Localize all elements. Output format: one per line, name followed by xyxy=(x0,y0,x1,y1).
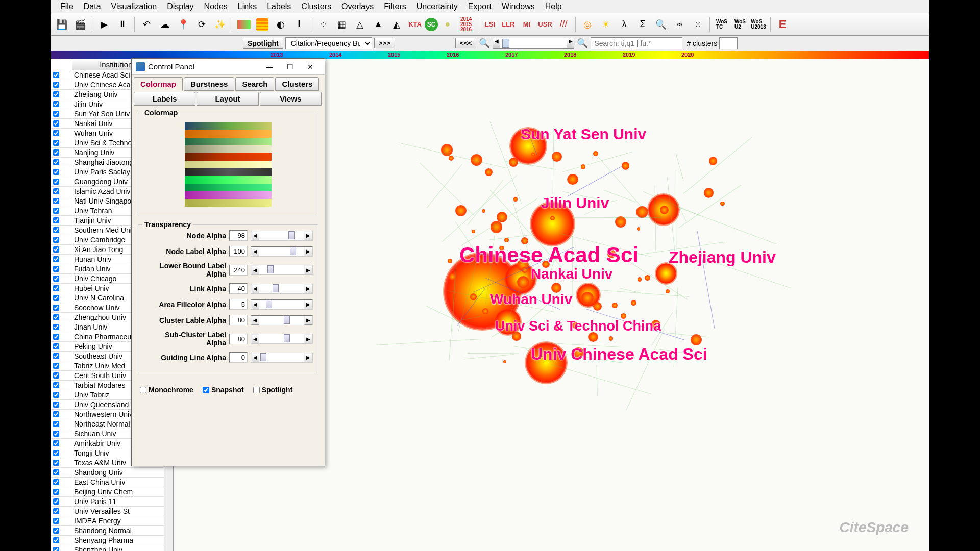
visibility-checkbox[interactable] xyxy=(51,390,61,399)
menu-labels[interactable]: Labels xyxy=(262,1,296,13)
slider-track[interactable]: ◀▶ xyxy=(251,315,313,325)
link-icon[interactable]: ⚭ xyxy=(671,16,688,33)
visibility-checkbox[interactable] xyxy=(51,468,61,477)
tab-views[interactable]: Views xyxy=(260,92,322,106)
menu-nodes[interactable]: Nodes xyxy=(199,1,233,13)
list-item[interactable]: Shandong Normal xyxy=(51,526,164,536)
graph-node-small[interactable] xyxy=(593,302,602,311)
graph-node-small[interactable] xyxy=(645,275,650,281)
visibility-checkbox[interactable] xyxy=(51,507,61,516)
zoom-icon[interactable]: 🔍 xyxy=(652,16,670,33)
slider-value[interactable] xyxy=(229,315,248,325)
tab-layout[interactable]: Layout xyxy=(197,92,258,106)
menu-display[interactable]: Display xyxy=(162,1,199,13)
slider-right-icon[interactable]: ▶ xyxy=(304,247,312,256)
slider-track[interactable]: ◀▶ xyxy=(251,246,313,257)
graph-node-small[interactable] xyxy=(638,277,642,281)
gradient-icon[interactable] xyxy=(237,20,251,29)
slider-right-icon[interactable]: ▶ xyxy=(304,316,312,325)
mi-button[interactable]: MI xyxy=(518,16,535,33)
visibility-checkbox[interactable] xyxy=(51,99,61,109)
menu-filters[interactable]: Filters xyxy=(379,1,411,13)
graph-node-small[interactable] xyxy=(567,174,578,185)
menu-data[interactable]: Data xyxy=(79,1,106,13)
slider-value[interactable] xyxy=(229,230,248,241)
backward-button[interactable]: <<< xyxy=(455,38,476,48)
visibility-checkbox[interactable] xyxy=(51,352,61,361)
visibility-checkbox[interactable] xyxy=(51,313,61,322)
tab-burstness[interactable]: Burstness xyxy=(184,77,234,91)
graph-node-small[interactable] xyxy=(503,360,506,363)
sc-badge-icon[interactable]: SC xyxy=(425,18,438,31)
visibility-checkbox[interactable] xyxy=(51,119,61,128)
visibility-checkbox[interactable] xyxy=(51,448,61,458)
zoom-out-icon[interactable]: 🔍 xyxy=(478,37,491,49)
slider-right-icon[interactable]: ▶ xyxy=(304,231,312,240)
graph-node-small[interactable] xyxy=(482,209,485,213)
visibility-checkbox[interactable] xyxy=(51,196,61,206)
visibility-checkbox[interactable] xyxy=(51,526,61,535)
film-icon[interactable]: 🎬 xyxy=(71,16,89,33)
slider-value[interactable] xyxy=(229,246,248,257)
graph-node-small[interactable] xyxy=(472,230,475,233)
graph-node-small[interactable] xyxy=(666,289,670,293)
visibility-checkbox[interactable] xyxy=(51,129,61,138)
visibility-checkbox[interactable] xyxy=(51,536,61,545)
visibility-checkbox[interactable] xyxy=(51,274,61,283)
visibility-checkbox[interactable] xyxy=(51,235,61,244)
visibility-checkbox[interactable] xyxy=(51,361,61,370)
visibility-checkbox[interactable] xyxy=(51,245,61,254)
visibility-checkbox[interactable] xyxy=(51,458,61,467)
slider-right-icon[interactable]: ▶ xyxy=(304,353,312,362)
timeline-thumb[interactable] xyxy=(502,39,509,48)
list-item[interactable]: Beijing Univ Chem xyxy=(51,487,164,497)
slider-thumb[interactable] xyxy=(284,316,290,324)
graph-node-small[interactable] xyxy=(622,162,629,169)
visibility-checkbox[interactable] xyxy=(51,226,61,235)
years-button[interactable]: 201420152016 xyxy=(457,16,475,33)
slider-thumb[interactable] xyxy=(288,231,295,239)
grid-icon[interactable] xyxy=(256,18,268,31)
forward-button[interactable]: >>> xyxy=(374,38,395,48)
visibility-checkbox[interactable] xyxy=(51,381,61,390)
slider-left-icon[interactable]: ◀ xyxy=(251,300,259,309)
hash-icon[interactable]: /// xyxy=(555,16,572,33)
llr-button[interactable]: LLR xyxy=(500,16,517,33)
tab-search[interactable]: Search xyxy=(235,77,274,91)
target-icon[interactable]: ◎ xyxy=(579,16,596,33)
text-icon[interactable]: I xyxy=(290,16,308,33)
visibility-checkbox[interactable] xyxy=(51,264,61,273)
kta-button[interactable]: KTA xyxy=(406,16,424,33)
slider-right-icon[interactable]: ▶ xyxy=(304,300,312,309)
burst-select[interactable]: Citation/Frequency Burst xyxy=(285,37,372,49)
slider-left-icon[interactable]: ◀ xyxy=(251,231,259,240)
contrast-icon[interactable]: ◐ xyxy=(272,16,289,33)
slider-track[interactable]: ◀▶ xyxy=(251,231,313,241)
wos-tc-button[interactable]: WoSTC xyxy=(713,16,730,33)
visibility-checkbox[interactable] xyxy=(51,371,61,380)
wos-u2013-button[interactable]: WoSU2013 xyxy=(750,16,767,33)
menu-help[interactable]: Help xyxy=(540,1,567,13)
slider-thumb[interactable] xyxy=(273,284,279,292)
visibility-checkbox[interactable] xyxy=(51,177,61,186)
slider-left-icon[interactable]: ◀ xyxy=(251,284,259,293)
visibility-checkbox[interactable] xyxy=(51,216,61,225)
visibility-checkbox[interactable] xyxy=(51,187,61,196)
monochrome-checkbox[interactable]: Monochrome xyxy=(140,386,193,394)
visibility-checkbox[interactable] xyxy=(51,545,61,551)
visibility-checkbox[interactable] xyxy=(51,478,61,487)
graph-node-small[interactable] xyxy=(704,188,714,198)
nodes-color-icon[interactable]: ⁙ xyxy=(689,16,706,33)
visibility-checkbox[interactable] xyxy=(51,90,61,99)
rotate-left-icon[interactable]: ↶ xyxy=(138,16,155,33)
graph-node-small[interactable] xyxy=(482,308,488,314)
visibility-checkbox[interactable] xyxy=(51,516,61,525)
tree2-icon[interactable]: ▲ xyxy=(370,16,387,33)
list-item[interactable]: Univ Paris 11 xyxy=(51,497,164,507)
list-item[interactable]: IMDEA Energy xyxy=(51,516,164,526)
minimize-icon[interactable]: — xyxy=(259,59,280,75)
graph-node-small[interactable] xyxy=(637,227,640,230)
list-item[interactable]: Shenzhen Univ xyxy=(51,545,164,551)
visibility-checkbox[interactable] xyxy=(51,439,61,448)
colormap-swatches[interactable] xyxy=(185,122,272,207)
